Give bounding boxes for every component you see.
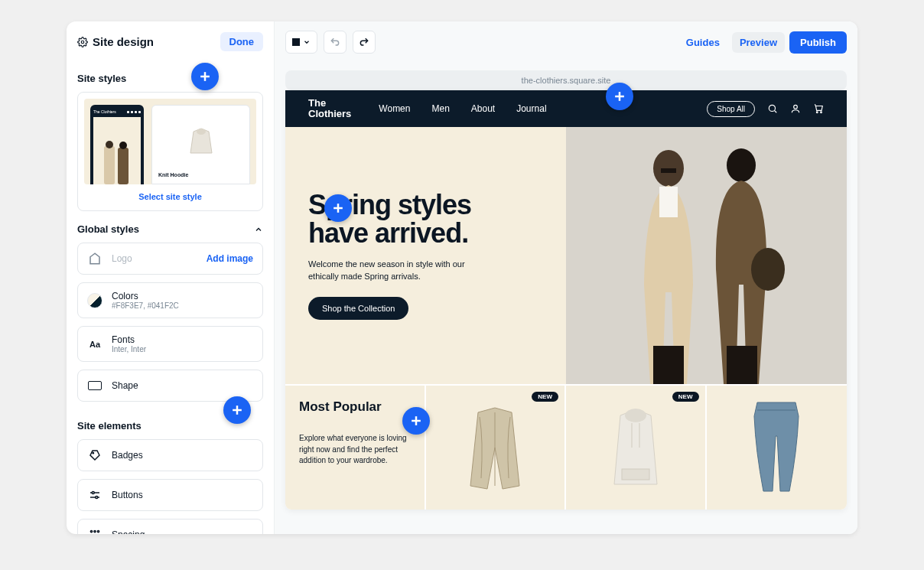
preview-button[interactable]: Preview — [732, 32, 785, 53]
site-brand[interactable]: The Clothiers — [308, 98, 351, 120]
redo-button[interactable] — [353, 31, 376, 54]
url-bar: the-clothiers.square.site — [285, 70, 847, 90]
add-bubble-site-styles[interactable] — [191, 63, 219, 90]
nav-about[interactable]: About — [471, 103, 495, 114]
hoodie-illustration — [597, 402, 674, 493]
svg-rect-3 — [118, 148, 129, 184]
badge-icon — [87, 448, 102, 463]
main-area: Guides Preview Publish the-clothiers.squ… — [275, 21, 857, 534]
svg-point-14 — [97, 530, 99, 532]
brand-line1: The — [308, 98, 351, 109]
svg-point-26 — [727, 148, 756, 182]
svg-line-19 — [774, 110, 776, 112]
add-bubble-hero[interactable] — [324, 194, 352, 222]
svg-point-13 — [94, 530, 96, 532]
redo-icon — [359, 37, 369, 47]
fonts-card[interactable]: Aa Fonts Inter, Inter — [77, 326, 263, 362]
user-icon[interactable] — [790, 103, 801, 114]
style-card[interactable]: The Clothiers — [77, 92, 263, 211]
svg-rect-1 — [104, 146, 115, 184]
undo-button[interactable] — [324, 31, 346, 54]
shape-label: Shape — [112, 380, 138, 391]
svg-point-20 — [794, 105, 798, 109]
spacing-label: Spacing — [112, 529, 145, 534]
hero-text: Spring styles have arrived. Welcome the … — [285, 127, 566, 384]
colors-value: #F8F3E7, #041F2C — [112, 301, 179, 310]
plus-icon — [229, 402, 245, 418]
chevron-down-icon — [303, 38, 311, 46]
site-design-title: Site design — [93, 35, 154, 48]
nav-journal[interactable]: Journal — [516, 103, 546, 114]
svg-point-28 — [751, 248, 785, 291]
product-cell-1[interactable]: NEW — [426, 386, 567, 510]
global-styles-label: Global styles — [77, 223, 139, 235]
svg-point-2 — [106, 141, 113, 148]
add-bubble-site-elements[interactable] — [223, 396, 251, 424]
colors-card[interactable]: Colors #F8F3E7, #041F2C — [77, 282, 263, 318]
cart-icon[interactable] — [813, 103, 824, 114]
add-image-link[interactable]: Add image — [207, 253, 253, 264]
add-bubble-header[interactable] — [606, 83, 633, 110]
svg-point-21 — [816, 112, 818, 113]
svg-point-18 — [769, 105, 775, 111]
svg-point-5 — [197, 129, 206, 135]
site-elements-label: Site elements — [77, 420, 142, 432]
jeans-illustration — [742, 398, 811, 497]
shop-all-button[interactable]: Shop All — [707, 101, 755, 117]
canvas: the-clothiers.square.site The Clothiers … — [275, 63, 857, 534]
sidebar: Site design Done Site styles The Clothie… — [67, 21, 275, 534]
svg-rect-27 — [734, 166, 749, 170]
guides-button[interactable]: Guides — [678, 32, 727, 53]
select-site-style-link[interactable]: Select site style — [84, 184, 256, 204]
fonts-icon: Aa — [89, 340, 100, 349]
new-badge: NEW — [672, 392, 699, 402]
search-icon[interactable] — [767, 103, 778, 114]
popular-section: Most Popular Explore what everyone is lo… — [285, 386, 847, 510]
tablet-preview: Knit Hoodie — [151, 105, 250, 184]
hero-image — [566, 127, 847, 384]
tablet-product-label: Knit Hoodie — [158, 172, 243, 178]
plus-icon — [197, 69, 213, 84]
site-header: The Clothiers Women Men About Journal Sh… — [285, 90, 847, 127]
svg-point-4 — [119, 142, 127, 149]
svg-rect-29 — [653, 346, 684, 384]
nav-men[interactable]: Men — [431, 103, 449, 114]
spacing-card[interactable]: Spacing — [77, 519, 263, 534]
phone-brand: The Clothiers — [93, 109, 116, 114]
svg-point-11 — [96, 497, 98, 499]
undo-icon — [330, 37, 340, 47]
add-bubble-popular[interactable] — [402, 407, 430, 435]
svg-point-31 — [625, 409, 646, 422]
section-global-styles[interactable]: Global styles — [77, 223, 263, 235]
product-cell-2[interactable]: NEW — [566, 386, 707, 510]
new-badge: NEW — [532, 392, 558, 402]
sliders-icon — [87, 487, 102, 503]
popular-text-cell: Most Popular Explore what everyone is lo… — [285, 386, 426, 510]
colors-label: Colors — [112, 291, 179, 301]
couple-illustration-mini — [98, 138, 136, 184]
badges-card[interactable]: Badges — [77, 439, 263, 471]
viewport-selector[interactable] — [285, 31, 317, 54]
buttons-label: Buttons — [112, 490, 143, 500]
shape-icon — [88, 381, 102, 390]
hero-subtitle: Welcome the new season in style with our… — [308, 259, 477, 283]
gear-icon — [77, 37, 88, 47]
site-nav: Women Men About Journal — [379, 103, 546, 114]
shop-collection-button[interactable]: Shop the Collection — [308, 297, 408, 320]
popular-subtitle: Explore what everyone is loving right no… — [299, 433, 411, 467]
hero-title-line2: have arrived. — [308, 220, 543, 248]
brand-line2: Clothiers — [308, 109, 351, 119]
svg-point-0 — [81, 41, 84, 44]
plus-icon — [330, 200, 346, 216]
buttons-card[interactable]: Buttons — [77, 479, 263, 511]
fonts-value: Inter, Inter — [112, 345, 146, 353]
publish-button[interactable]: Publish — [789, 31, 847, 54]
product-cell-3[interactable] — [707, 386, 848, 510]
topbar: Guides Preview Publish — [275, 21, 857, 63]
svg-point-12 — [90, 530, 92, 532]
jacket-illustration — [457, 402, 533, 493]
done-button[interactable]: Done — [220, 32, 264, 51]
nav-women[interactable]: Women — [379, 103, 410, 114]
svg-rect-32 — [622, 469, 649, 480]
logo-card[interactable]: Logo Add image — [77, 243, 263, 275]
